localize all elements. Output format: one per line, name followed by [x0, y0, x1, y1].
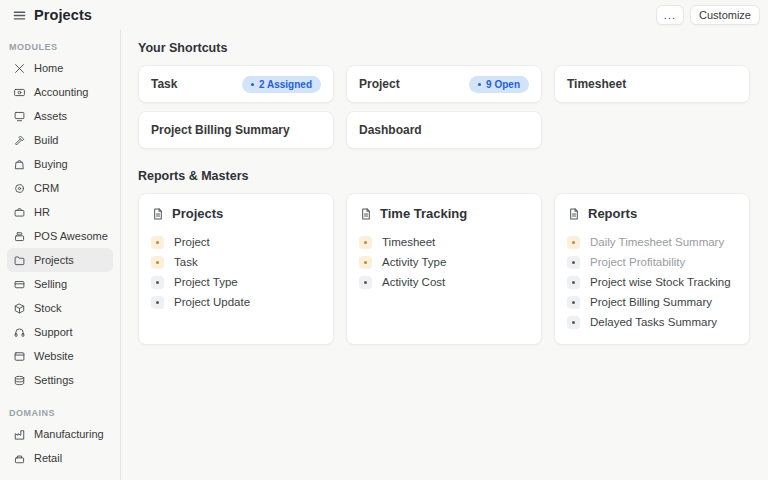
masters-card-header: Projects — [151, 206, 321, 221]
sidebar-item-label: Assets — [34, 110, 67, 122]
masters-link-label: Project Profitability — [590, 256, 685, 268]
item-status-dot — [151, 236, 164, 249]
sidebar-item-label: Retail — [34, 452, 62, 464]
shortcut-card-project[interactable]: Project9 Open — [346, 65, 542, 103]
sidebar-section-domains: DOMAINSManufacturingRetail — [0, 408, 120, 470]
masters-card-title: Projects — [172, 206, 223, 221]
sidebar-section-label: DOMAINS — [9, 408, 120, 418]
shortcut-card-project-billing-summary[interactable]: Project Billing Summary — [138, 111, 334, 149]
sidebar-item-label: POS Awesome — [34, 230, 108, 242]
accounting-icon — [12, 85, 26, 99]
sidebar-item-pos-awesome[interactable]: POS Awesome — [7, 224, 113, 248]
sidebar-item-projects[interactable]: Projects — [7, 248, 113, 272]
masters-card-time-tracking: Time TrackingTimesheetActivity TypeActiv… — [346, 193, 542, 345]
sidebar-item-stock[interactable]: Stock — [7, 296, 113, 320]
sidebar-item-home[interactable]: Home — [7, 56, 113, 80]
retail-icon — [12, 451, 26, 465]
shortcuts-heading: Your Shortcuts — [138, 41, 750, 55]
hamburger-menu-icon[interactable] — [10, 6, 28, 24]
more-options-button[interactable]: ... — [656, 5, 684, 25]
masters-card-header: Reports — [567, 206, 737, 221]
masters-link-project-billing-summary[interactable]: Project Billing Summary — [567, 292, 737, 312]
sidebar-section-modules: MODULESHomeAccountingAssetsBuildBuyingCR… — [0, 42, 120, 392]
item-status-dot — [567, 276, 580, 289]
shortcut-card-timesheet[interactable]: Timesheet — [554, 65, 750, 103]
masters-card-reports: ReportsDaily Timesheet SummaryProject Pr… — [554, 193, 750, 345]
file-text-icon — [151, 207, 165, 221]
shortcut-card-dashboard[interactable]: Dashboard — [346, 111, 542, 149]
website-icon — [12, 349, 26, 363]
badge-dot — [251, 83, 254, 86]
shortcut-card-task[interactable]: Task2 Assigned — [138, 65, 334, 103]
badge-text: 9 Open — [486, 79, 520, 90]
file-text-icon — [567, 207, 581, 221]
shortcut-label: Dashboard — [359, 123, 422, 137]
masters-link-label: Daily Timesheet Summary — [590, 236, 724, 248]
sidebar-item-label: HR — [34, 206, 50, 218]
masters-link-project-update[interactable]: Project Update — [151, 292, 321, 312]
masters-link-timesheet[interactable]: Timesheet — [359, 232, 529, 252]
manufacturing-icon — [12, 427, 26, 441]
masters-link-label: Project Type — [174, 276, 238, 288]
masters-link-activity-cost[interactable]: Activity Cost — [359, 272, 529, 292]
sidebar-item-support[interactable]: Support — [7, 320, 113, 344]
masters-link-label: Activity Type — [382, 256, 446, 268]
masters-link-label: Task — [174, 256, 198, 268]
sidebar-item-crm[interactable]: CRM — [7, 176, 113, 200]
sidebar-item-label: Buying — [34, 158, 68, 170]
masters-link-label: Delayed Tasks Summary — [590, 316, 717, 328]
sidebar-item-website[interactable]: Website — [7, 344, 113, 368]
selling-icon — [12, 277, 26, 291]
masters-link-label: Activity Cost — [382, 276, 445, 288]
shortcut-label: Timesheet — [567, 77, 626, 91]
sidebar: MODULESHomeAccountingAssetsBuildBuyingCR… — [0, 30, 121, 480]
masters-link-project-type[interactable]: Project Type — [151, 272, 321, 292]
sidebar-item-buying[interactable]: Buying — [7, 152, 113, 176]
masters-link-daily-timesheet-summary[interactable]: Daily Timesheet Summary — [567, 232, 737, 252]
workspace-main: Your Shortcuts Task2 AssignedProject9 Op… — [121, 30, 768, 480]
masters-link-project[interactable]: Project — [151, 232, 321, 252]
sidebar-item-hr[interactable]: HR — [7, 200, 113, 224]
sidebar-item-label: Stock — [34, 302, 62, 314]
item-status-dot — [151, 276, 164, 289]
sidebar-item-label: Accounting — [34, 86, 88, 98]
item-status-dot — [567, 296, 580, 309]
item-status-dot — [567, 256, 580, 269]
masters-link-project-wise-stock-tracking[interactable]: Project wise Stock Tracking — [567, 272, 737, 292]
masters-link-activity-type[interactable]: Activity Type — [359, 252, 529, 272]
shortcut-label: Project — [359, 77, 400, 91]
sidebar-item-label: Settings — [34, 374, 74, 386]
home-icon — [12, 61, 26, 75]
sidebar-item-label: Support — [34, 326, 73, 338]
sidebar-item-label: Projects — [34, 254, 74, 266]
masters-card-title: Reports — [588, 206, 637, 221]
sidebar-item-assets[interactable]: Assets — [7, 104, 113, 128]
sidebar-item-label: Manufacturing — [34, 428, 104, 440]
sidebar-item-build[interactable]: Build — [7, 128, 113, 152]
sidebar-item-label: CRM — [34, 182, 59, 194]
item-status-dot — [359, 236, 372, 249]
masters-link-delayed-tasks-summary[interactable]: Delayed Tasks Summary — [567, 312, 737, 332]
sidebar-item-label: Home — [34, 62, 63, 74]
sidebar-item-accounting[interactable]: Accounting — [7, 80, 113, 104]
badge-text: 2 Assigned — [259, 79, 312, 90]
sidebar-item-retail[interactable]: Retail — [7, 446, 113, 470]
shortcut-label: Task — [151, 77, 177, 91]
masters-card-title: Time Tracking — [380, 206, 467, 221]
projects-folder-icon — [12, 253, 26, 267]
item-status-dot — [151, 256, 164, 269]
app-header: Projects ... Customize — [0, 0, 768, 30]
build-icon — [12, 133, 26, 147]
customize-button[interactable]: Customize — [690, 5, 760, 25]
masters-link-project-profitability[interactable]: Project Profitability — [567, 252, 737, 272]
hr-icon — [12, 205, 26, 219]
sidebar-item-manufacturing[interactable]: Manufacturing — [7, 422, 113, 446]
page-title: Projects — [34, 7, 92, 23]
sidebar-item-label: Website — [34, 350, 74, 362]
masters-grid: ProjectsProjectTaskProject TypeProject U… — [138, 193, 750, 345]
stock-icon — [12, 301, 26, 315]
item-status-dot — [567, 316, 580, 329]
masters-link-task[interactable]: Task — [151, 252, 321, 272]
sidebar-item-selling[interactable]: Selling — [7, 272, 113, 296]
sidebar-item-settings[interactable]: Settings — [7, 368, 113, 392]
